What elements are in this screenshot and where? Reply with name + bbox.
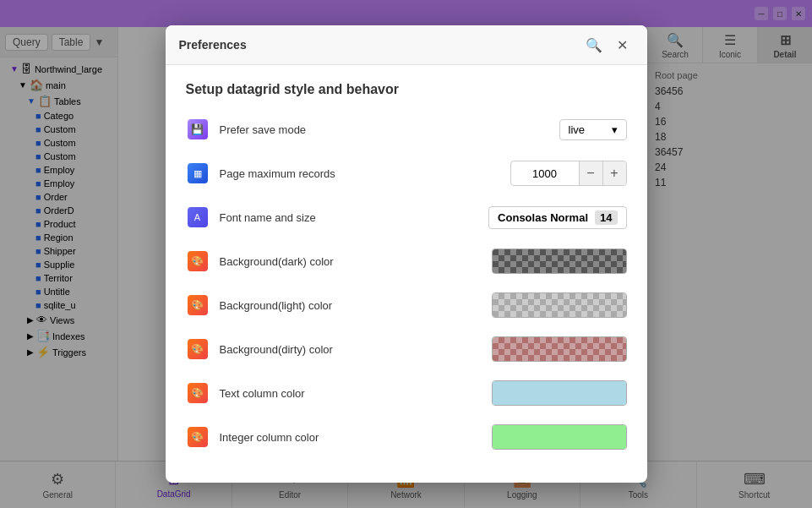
modal-close-button[interactable]: ✕ — [612, 34, 634, 56]
pref-control-page-max: − + — [510, 161, 627, 186]
bg-dark-app-icon: 🎨 — [188, 251, 208, 271]
checker-pattern-dark — [493, 249, 626, 273]
bg-light-color-swatch[interactable] — [492, 292, 627, 318]
dropdown-arrow-icon: ▾ — [612, 123, 618, 136]
pref-row-save-mode: 💾 Prefer save mode live ▾ — [186, 114, 627, 145]
pref-control-bg-light — [492, 292, 627, 318]
pref-row-bg-light: 🎨 Background(light) color — [186, 290, 627, 320]
modal-body: Setup datagrid style and behavor 💾 Prefe… — [166, 65, 647, 483]
bg-dirty-app-icon: 🎨 — [188, 339, 208, 359]
pref-label-page-max: Page maximum records — [220, 167, 510, 180]
int-col-app-icon: 🎨 — [188, 427, 208, 447]
checker-pattern-dirty — [493, 337, 626, 361]
pref-label-int-col: Integer column color — [220, 431, 492, 444]
modal-section-title: Setup datagrid style and behavor — [186, 82, 627, 97]
font-name-value: Consolas Normal — [498, 211, 588, 224]
pref-control-text-col — [492, 380, 627, 406]
pref-label-save-mode: Prefer save mode — [220, 123, 559, 136]
checker-pattern-light — [493, 293, 626, 317]
int-col-color-swatch[interactable] — [492, 424, 627, 450]
save-mode-value: live — [569, 123, 586, 136]
decrement-button[interactable]: − — [579, 161, 602, 185]
text-col-color — [493, 381, 626, 405]
pref-row-font: A Font name and size Consolas Normal 14 — [186, 202, 627, 232]
pref-control-bg-dirty — [492, 336, 627, 362]
pref-row-int-col: 🎨 Integer column color — [186, 422, 627, 452]
increment-button[interactable]: + — [602, 161, 626, 185]
pref-icon-bg-dark: 🎨 — [186, 249, 210, 273]
int-col-color — [493, 425, 626, 449]
pref-row-page-max: ▦ Page maximum records − + — [186, 158, 627, 188]
text-col-app-icon: 🎨 — [188, 383, 208, 403]
pref-icon-int-col: 🎨 — [186, 425, 210, 449]
pref-icon-save-mode: 💾 — [186, 117, 210, 141]
preferences-modal: Preferences 🔍 ✕ Setup datagrid style and… — [166, 25, 647, 483]
pref-label-bg-dark: Background(dark) color — [220, 255, 492, 268]
pref-icon-page-max: ▦ — [186, 161, 210, 185]
pref-icon-font: A — [186, 205, 210, 229]
modal-overlay: Preferences 🔍 ✕ Setup datagrid style and… — [0, 0, 812, 508]
pref-control-bg-dark — [492, 249, 627, 274]
modal-header-actions: 🔍 ✕ — [583, 34, 634, 56]
pref-icon-text-col: 🎨 — [186, 381, 210, 405]
pref-row-text-col: 🎨 Text column color — [186, 378, 627, 408]
font-app-icon: A — [188, 207, 208, 227]
page-max-input-group: − + — [510, 161, 627, 186]
page-max-app-icon: ▦ — [188, 163, 208, 183]
bg-dark-color-swatch[interactable] — [492, 249, 627, 274]
pref-control-int-col — [492, 424, 627, 450]
pref-label-bg-dirty: Background(dirty) color — [220, 343, 492, 356]
pref-control-save-mode: live ▾ — [559, 119, 627, 140]
pref-control-font: Consolas Normal 14 — [488, 206, 626, 229]
bg-dirty-color-swatch[interactable] — [492, 336, 627, 362]
page-max-input[interactable] — [511, 164, 579, 183]
modal-title: Preferences — [179, 38, 247, 52]
save-mode-dropdown[interactable]: live ▾ — [559, 119, 627, 140]
pref-icon-bg-dirty: 🎨 — [186, 337, 210, 361]
modal-header: Preferences 🔍 ✕ — [166, 25, 647, 65]
modal-search-button[interactable]: 🔍 — [583, 34, 605, 56]
font-size-value: 14 — [595, 210, 617, 225]
pref-icon-bg-light: 🎨 — [186, 293, 210, 317]
bg-light-app-icon: 🎨 — [188, 295, 208, 315]
pref-label-font: Font name and size — [220, 211, 489, 224]
pref-row-bg-dirty: 🎨 Background(dirty) color — [186, 334, 627, 364]
font-selector[interactable]: Consolas Normal 14 — [488, 206, 626, 229]
pref-label-bg-light: Background(light) color — [220, 299, 492, 312]
pref-row-bg-dark: 🎨 Background(dark) color — [186, 246, 627, 276]
text-col-color-swatch[interactable] — [492, 380, 627, 406]
pref-label-text-col: Text column color — [220, 387, 492, 400]
save-mode-app-icon: 💾 — [188, 119, 208, 139]
